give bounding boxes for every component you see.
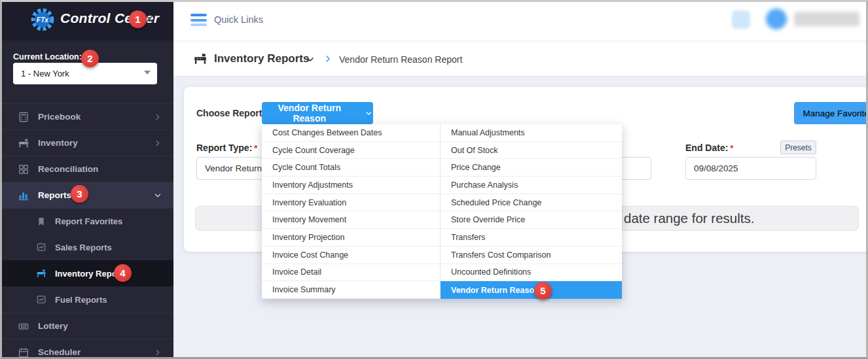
current-location-label: Current Location: [13,52,82,61]
notification-icon-blurred[interactable] [766,9,787,29]
calendar-icon [18,347,29,358]
sidebar-item-lottery[interactable]: Lottery [0,313,173,339]
brand-logo-text: FTx [29,6,56,33]
line-chart-icon [36,294,46,305]
menu-item[interactable]: Invoice Detail [262,264,440,282]
sidebar-item-pricebook[interactable]: Pricebook [0,103,173,129]
annotation-badge-2: 2 [81,50,99,67]
report-type-dropdown-button[interactable]: Vendor Return Reason [262,102,373,124]
bookmark-icon [36,216,46,227]
brand-gear-icon: FTx [29,6,56,33]
annotation-badge-1: 1 [129,10,147,28]
end-date-label: End Date:* [685,143,733,153]
shelf-icon [18,137,29,149]
report-menu-left-column: Cost Changes Between Dates Cycle Count C… [262,124,440,299]
menu-item-selected[interactable]: Vendor Return Reason [441,281,622,299]
sidebar-item-label: Scheduler [38,347,81,357]
menu-item[interactable]: Cycle Count Coverage [262,142,440,160]
breadcrumb-separator-icon [323,54,333,64]
sidebar-item-fuel-reports[interactable]: Fuel Reports [0,286,173,313]
manage-favorites-button[interactable]: Manage Favorites [794,102,868,124]
end-date-input[interactable] [685,157,816,180]
menu-item[interactable]: Store Override Price [441,211,622,229]
menu-item[interactable]: Purchase Analysis [441,177,622,194]
menu-item[interactable]: Manual Adjustments [441,124,622,142]
sidebar-item-label: Reconciliation [38,164,98,174]
menu-item[interactable]: Price Change [441,159,622,177]
ticket-icon [18,320,29,332]
quick-links-menu-icon[interactable] [190,14,207,26]
breadcrumb-section[interactable]: Inventory Reports [214,52,309,65]
menu-item[interactable]: Inventory Projection [262,229,440,247]
menu-item[interactable]: Transfers [441,229,622,247]
report-dropdown-value: Vendor Return Reason [262,103,357,124]
sidebar-item-label: Lottery [38,321,68,331]
menu-item[interactable]: Cost Changes Between Dates [262,124,440,142]
sidebar-item-label: Sales Reports [55,243,112,252]
chevron-down-icon[interactable] [305,54,316,65]
app-window: FTx Control Center Current Location: 1 -… [0,0,868,359]
chevron-right-icon [153,112,162,122]
presets-button[interactable]: Presets [780,141,816,154]
chevron-down-icon [365,109,373,118]
caret-down-icon [144,71,151,75]
menu-item[interactable]: Inventory Movement [262,211,440,229]
sidebar-item-label: Report Favorites [55,216,122,226]
report-type-menu: Cost Changes Between Dates Cycle Count C… [262,124,622,299]
grid-icon [18,163,29,175]
menu-item[interactable]: Transfers Cost Comparison [441,247,622,264]
sidebar-item-scheduler[interactable]: Scheduler [0,339,173,359]
required-asterisk: * [254,143,257,153]
quick-links-link[interactable]: Quick Links [214,14,263,25]
sidebar-item-sales-reports[interactable]: Sales Reports [0,234,173,260]
sidebar-logo-bar: FTx Control Center [0,0,173,41]
sidebar-item-report-favorites[interactable]: Report Favorites [0,208,173,234]
menu-item[interactable]: Uncounted Definitions [441,264,622,282]
annotation-badge-3: 3 [71,185,88,203]
choose-report-label: Choose Report [196,108,262,118]
sidebar-item-reconciliation[interactable]: Reconciliation [0,156,173,182]
menu-item[interactable]: Scheduled Price Change [441,194,622,212]
shelf-icon [36,268,46,279]
menu-item[interactable]: Inventory Evaluation [262,194,440,212]
sidebar-item-inventory[interactable]: Inventory [0,129,173,156]
sidebar-item-label: Pricebook [38,112,81,122]
annotation-badge-4: 4 [114,264,132,282]
menu-item[interactable]: Inventory Adjustments [262,177,440,194]
sidebar-item-label: Inventory [38,138,78,148]
chevron-right-icon [153,139,162,148]
menu-item[interactable]: Invoice Cost Change [262,247,440,264]
calculator-icon [18,111,29,123]
user-name-blurred [794,12,859,26]
breadcrumb-page-title: Vendor Return Reason Report [339,54,462,65]
bar-chart-icon [18,190,29,201]
required-asterisk: * [730,143,733,153]
chevron-right-icon [153,348,162,357]
toolbar-icon-blurred[interactable] [732,10,750,29]
page-header-bar: Inventory Reports Vendor Return Reason R… [173,41,868,77]
menu-item[interactable]: Out Of Stock [441,142,622,160]
location-value: 1 - New York [21,69,69,78]
annotation-badge-5: 5 [534,282,552,299]
inventory-reports-icon [193,52,208,66]
sidebar-item-inventory-reports[interactable]: Inventory Reports [0,260,173,286]
sidebar-item-label: Fuel Reports [55,295,107,305]
chevron-down-icon [153,191,162,200]
sidebar-item-label: Reports [38,190,71,200]
line-chart-icon [36,242,46,252]
report-menu-right-column: Manual Adjustments Out Of Stock Price Ch… [440,124,622,299]
menu-item[interactable]: Cycle Count Totals [262,159,440,177]
top-bar: Quick Links [173,0,868,41]
menu-item[interactable]: Invoice Summary [262,281,440,299]
report-type-label: Report Type:* [196,143,257,153]
